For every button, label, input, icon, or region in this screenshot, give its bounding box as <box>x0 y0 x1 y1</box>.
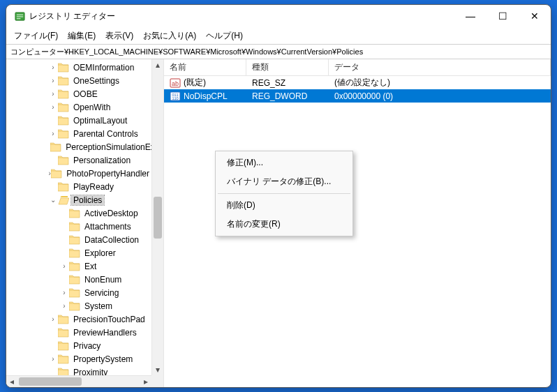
tree-item[interactable]: ›Attachments <box>6 220 151 233</box>
value-data: (値の設定なし) <box>332 77 551 89</box>
tree-item-label: Explorer <box>82 248 118 258</box>
tree-item[interactable]: ›PropertySystem <box>6 352 151 365</box>
tree-item-label: DataCollection <box>82 235 141 245</box>
folder-icon <box>69 235 80 245</box>
tree-item[interactable]: ›Servicing <box>6 286 151 299</box>
menu-favorites[interactable]: お気に入り(A) <box>138 28 201 44</box>
folder-icon <box>58 182 69 192</box>
scroll-up-icon[interactable]: ▴ <box>156 59 160 70</box>
tree-item[interactable]: ›Parental Controls <box>6 127 151 140</box>
scroll-thumb[interactable] <box>154 197 162 239</box>
tree-item-label: PlayReady <box>71 182 116 192</box>
close-button[interactable]: ✕ <box>519 5 551 27</box>
address-bar[interactable]: コンピューター¥HKEY_LOCAL_MACHINE¥SOFTWARE¥Micr… <box>6 44 551 59</box>
value-data: 0x00000000 (0) <box>332 91 551 101</box>
tree-item[interactable]: ›OOBE <box>6 87 151 100</box>
registry-tree[interactable]: ›OEMInformation›OneSettings›OOBE›OpenWit… <box>6 59 151 375</box>
tree-item[interactable]: ⌄Policies <box>6 193 151 206</box>
folder-icon <box>58 129 69 139</box>
chevron-down-icon[interactable]: ⌄ <box>48 196 58 204</box>
scroll-left-icon[interactable]: ◂ <box>6 377 17 386</box>
tree-item-label: PhotoPropertyHandler <box>64 169 151 179</box>
registry-editor-window: レジストリ エディター — ☐ ✕ ファイル(F) 編集(E) 表示(V) お気… <box>6 4 551 388</box>
tree-item[interactable]: ›PhotoPropertyHandler <box>6 167 151 180</box>
chevron-right-icon[interactable]: › <box>48 77 58 84</box>
tree-item-label: PerceptionSimulationExtensions <box>64 142 151 152</box>
chevron-right-icon[interactable]: › <box>48 103 58 111</box>
scroll-corner <box>151 375 163 387</box>
tree-item[interactable]: ›Explorer <box>6 246 151 259</box>
tree-item[interactable]: ›ActiveDesktop <box>6 206 151 220</box>
folder-icon <box>69 288 80 298</box>
scroll-thumb-h[interactable] <box>19 377 82 386</box>
tree-item-label: Ext <box>82 262 98 271</box>
tree-item[interactable]: ›PrecisionTouchPad <box>6 312 151 326</box>
svg-text:110: 110 <box>172 96 178 100</box>
folder-icon <box>69 262 80 271</box>
tree-item[interactable]: ›OpenWith <box>6 100 151 114</box>
tree-horizontal-scrollbar[interactable]: ◂ ▸ <box>6 375 151 387</box>
menu-help[interactable]: ヘルプ(H) <box>201 28 248 44</box>
chevron-right-icon[interactable]: › <box>59 289 69 296</box>
reg-binary-icon: 011110 <box>170 91 181 102</box>
tree-item[interactable]: ›DataCollection <box>6 233 151 246</box>
maximize-button[interactable]: ☐ <box>487 5 519 27</box>
tree-item[interactable]: ›PreviewHandlers <box>6 326 151 339</box>
tree-item[interactable]: ›System <box>6 299 151 312</box>
content-area: ›OEMInformation›OneSettings›OOBE›OpenWit… <box>6 59 551 387</box>
ctx-separator <box>218 193 350 194</box>
folder-icon <box>58 341 69 351</box>
svg-text:ab: ab <box>172 80 179 87</box>
scroll-right-icon[interactable]: ▸ <box>140 377 151 386</box>
svg-rect-3 <box>17 18 21 19</box>
tree-item-label: System <box>82 301 114 311</box>
folder-icon <box>69 275 80 285</box>
header-type[interactable]: 種類 <box>246 59 329 75</box>
tree-item[interactable]: ›Proximity <box>6 365 151 375</box>
folder-icon <box>58 368 69 376</box>
ctx-modify[interactable]: 修正(M)... <box>217 153 351 172</box>
value-type: REG_SZ <box>249 78 332 88</box>
chevron-right-icon[interactable]: › <box>59 302 69 310</box>
value-row[interactable]: 011110NoDispCPLREG_DWORD0x00000000 (0) <box>164 89 551 103</box>
scroll-down-icon[interactable]: ▾ <box>156 364 160 375</box>
tree-vertical-scrollbar[interactable]: ▴ ▾ <box>151 59 163 375</box>
ctx-rename[interactable]: 名前の変更(R) <box>217 215 351 234</box>
chevron-right-icon[interactable]: › <box>48 355 58 363</box>
tree-item-label: PrecisionTouchPad <box>71 315 147 324</box>
tree-item[interactable]: ›Personalization <box>6 153 151 167</box>
chevron-right-icon[interactable]: › <box>48 90 58 98</box>
tree-item[interactable]: ›Ext <box>6 259 151 273</box>
menu-edit[interactable]: 編集(E) <box>63 28 101 44</box>
folder-icon <box>69 209 80 218</box>
context-menu: 修正(M)... バイナリ データの修正(B)... 削除(D) 名前の変更(R… <box>215 151 353 236</box>
folder-icon <box>58 63 69 73</box>
menu-file[interactable]: ファイル(F) <box>9 28 63 44</box>
tree-item-label: Servicing <box>82 288 121 298</box>
header-name[interactable]: 名前 <box>164 59 246 75</box>
tree-item-label: NonEnum <box>82 275 124 285</box>
menu-view[interactable]: 表示(V) <box>101 28 138 44</box>
folder-icon <box>69 248 80 258</box>
tree-item[interactable]: ›OEMInformation <box>6 61 151 74</box>
tree-item[interactable]: ›OptimalLayout <box>6 114 151 127</box>
chevron-right-icon[interactable]: › <box>59 262 69 270</box>
tree-item-label: ActiveDesktop <box>82 209 140 218</box>
tree-item[interactable]: ›PerceptionSimulationExtensions <box>6 140 151 153</box>
tree-item[interactable]: ›OneSettings <box>6 74 151 87</box>
chevron-right-icon[interactable]: › <box>48 63 58 71</box>
value-row[interactable]: ab(既定)REG_SZ(値の設定なし) <box>164 76 551 89</box>
tree-item-label: PreviewHandlers <box>71 328 139 338</box>
tree-item[interactable]: ›PlayReady <box>6 180 151 193</box>
titlebar[interactable]: レジストリ エディター — ☐ ✕ <box>6 5 551 27</box>
tree-item[interactable]: ›Privacy <box>6 339 151 352</box>
ctx-modify-binary[interactable]: バイナリ データの修正(B)... <box>217 172 351 191</box>
chevron-right-icon[interactable]: › <box>48 130 58 137</box>
ctx-delete[interactable]: 削除(D) <box>217 196 351 215</box>
minimize-button[interactable]: — <box>454 5 487 27</box>
chevron-right-icon[interactable]: › <box>48 315 58 323</box>
header-data[interactable]: データ <box>329 59 551 75</box>
tree-item[interactable]: ›NonEnum <box>6 273 151 286</box>
folder-icon <box>58 76 69 86</box>
menubar: ファイル(F) 編集(E) 表示(V) お気に入り(A) ヘルプ(H) <box>6 27 551 44</box>
